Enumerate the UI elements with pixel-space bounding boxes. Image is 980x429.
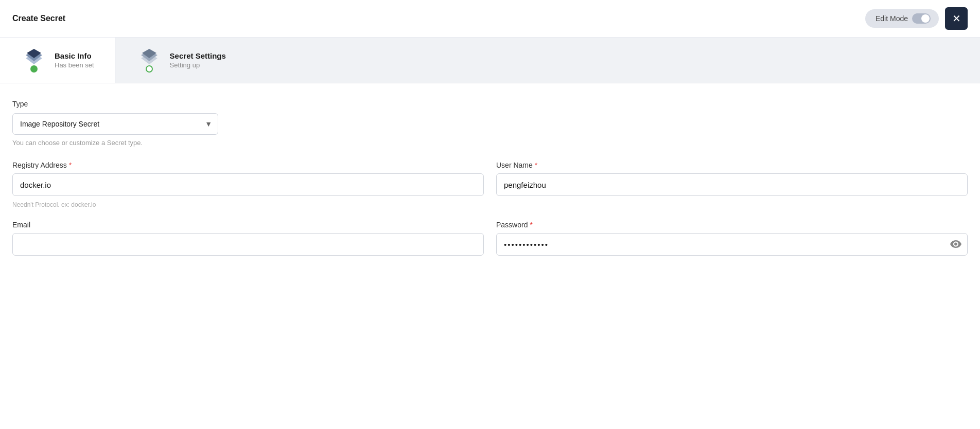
modal-header: Create Secret Edit Mode ✕ [0,0,980,38]
type-select[interactable]: Image Repository Secret [12,113,218,135]
step-basic-info-text: Basic Info Has been set [55,51,94,69]
step-secret-settings-icon-wrapper [136,47,163,74]
password-toggle-button[interactable] [950,240,961,248]
username-label: User Name * [496,161,968,169]
step-secret-settings-sub: Setting up [170,61,226,69]
registry-address-input[interactable] [12,173,484,196]
username-input[interactable] [496,173,968,196]
username-required: * [535,161,537,169]
step-secret-settings-text: Secret Settings Setting up [170,51,226,69]
step-secret-settings-name: Secret Settings [170,51,226,60]
password-label: Password * [496,221,968,229]
step-basic-info-name: Basic Info [55,51,94,60]
form-group-email: Email [12,221,484,256]
form-group-registry: Registry Address * Needn't Protocol. ex:… [12,161,484,208]
steps-bar: Basic Info Has been set Secret Settings … [0,38,980,83]
step-basic-info[interactable]: Basic Info Has been set [0,38,115,83]
form-group-password: Password * [496,221,968,256]
password-required: * [530,221,532,229]
step-basic-info-icon-wrapper [21,47,47,74]
close-icon: ✕ [952,12,961,25]
close-button[interactable]: ✕ [945,7,968,30]
basic-info-status-dot [30,65,38,73]
form-row-2: Email Password * [12,221,968,256]
registry-address-label: Registry Address * [12,161,484,169]
type-hint: You can choose or customize a Secret typ… [12,139,968,147]
password-input[interactable] [496,233,968,256]
email-label: Email [12,221,484,229]
type-select-wrapper: Image Repository Secret ▼ [12,113,218,135]
secret-settings-status-dot [146,65,153,73]
form-row-1: Registry Address * Needn't Protocol. ex:… [12,161,968,208]
toggle-thumb [921,14,930,23]
modal-body: Type Image Repository Secret ▼ You can c… [0,83,980,429]
registry-address-hint: Needn't Protocol. ex: docker.io [12,201,484,208]
step-basic-info-sub: Has been set [55,61,94,69]
form-group-username: User Name * [496,161,968,208]
type-label: Type [12,100,968,108]
edit-mode-button[interactable]: Edit Mode [865,9,939,28]
email-input[interactable] [12,233,484,256]
registry-address-required: * [69,161,72,169]
toggle-track [912,13,931,24]
edit-mode-label: Edit Mode [876,14,908,23]
header-right: Edit Mode ✕ [865,7,968,30]
eye-icon [950,240,961,248]
step-secret-settings[interactable]: Secret Settings Setting up [115,38,247,83]
step-filler [247,38,980,83]
password-wrapper [496,233,968,256]
modal: Create Secret Edit Mode ✕ [0,0,980,429]
modal-title: Create Secret [12,14,65,23]
